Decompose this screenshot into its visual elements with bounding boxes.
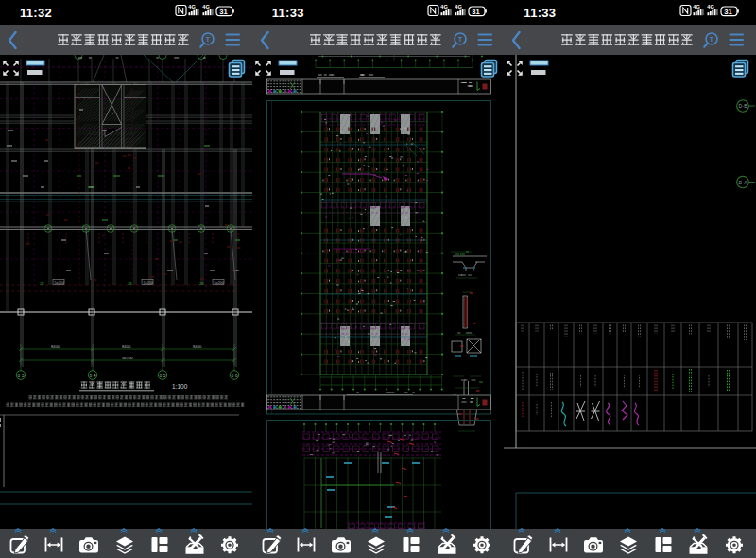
svg-text:2B: 2B — [128, 281, 132, 285]
svg-text:1:100: 1:100 — [172, 382, 188, 389]
svg-text:04: 04 — [90, 372, 96, 377]
svg-text:2B: 2B — [199, 281, 204, 285]
svg-text:03: 03 — [18, 372, 25, 377]
svg-text:4G: 4G — [693, 4, 699, 9]
svg-text:31: 31 — [220, 8, 229, 16]
svg-text:2B: 2B — [40, 281, 44, 285]
svg-text:5x200: 5x200 — [215, 280, 224, 284]
svg-text:31: 31 — [472, 8, 480, 16]
svg-text:5x200: 5x200 — [144, 280, 153, 284]
svg-text:D-A: D-A — [739, 179, 748, 184]
svg-text:T: T — [710, 35, 714, 42]
svg-text:06: 06 — [232, 372, 238, 377]
svg-text:5x200: 5x200 — [55, 280, 64, 284]
svg-text:8400: 8400 — [122, 343, 131, 348]
svg-text:4G: 4G — [440, 4, 447, 9]
svg-text:05: 05 — [160, 372, 166, 377]
svg-text:T: T — [206, 35, 211, 42]
svg-text:4G: 4G — [203, 4, 210, 9]
svg-text:8400: 8400 — [193, 343, 202, 348]
svg-text:D-B: D-B — [739, 103, 748, 109]
svg-text:56700: 56700 — [122, 355, 133, 359]
svg-text:4G: 4G — [455, 4, 461, 9]
svg-text:4G: 4G — [707, 4, 713, 9]
svg-text:8400: 8400 — [51, 343, 60, 348]
svg-text:T: T — [457, 35, 462, 42]
svg-text:31: 31 — [724, 8, 732, 16]
svg-text:4G: 4G — [189, 4, 196, 9]
